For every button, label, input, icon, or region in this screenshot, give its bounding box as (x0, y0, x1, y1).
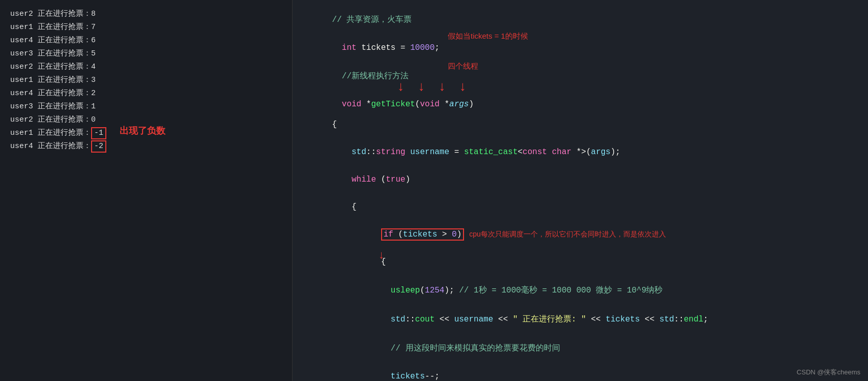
terminal-line: user4 正在进行抢票：2 (10, 87, 282, 100)
code-line-14: tickets--; (303, 363, 858, 381)
arrows-container: void *getTicket(void *args) ↓ ↓ ↓ ↓ (303, 91, 858, 111)
code-line-3: //新线程执行方法 (303, 62, 409, 91)
terminal-line: user4 正在进行抢票：6 (10, 34, 282, 47)
terminal-line: user3 正在进行抢票：1 (10, 100, 282, 113)
annotation-threads: 四个线程 (448, 62, 478, 71)
terminal-line: user4 正在进行抢票：-2 (10, 140, 282, 153)
code-line-6: std::string username = static_cast<const… (303, 138, 858, 166)
code-line-9: if (tickets > 0) (303, 221, 464, 248)
terminal-line: user1 正在进行抢票：7 (10, 21, 282, 34)
terminal-line: user3 正在进行抢票：5 (10, 47, 282, 61)
annotation-negative: 出现了负数 (120, 125, 165, 137)
if-line-container: if (tickets > 0) cpu每次只能调度一个，所以它们不会同时进入，… (303, 221, 858, 248)
terminal-line: user2 正在进行抢票：4 (10, 61, 282, 74)
code-line-12: std::cout << username << " 正在进行抢票: " << … (303, 305, 858, 334)
if-box: if (tickets > 0) (381, 228, 465, 241)
terminal-line: user2 正在进行抢票：8 (10, 8, 282, 21)
code-line-2: int tickets = 10000; (303, 34, 440, 62)
terminal-line: user1 正在进行抢票：3 (10, 74, 282, 87)
arrow-to-usleep: ↓ (378, 249, 385, 262)
code-line-13: // 用这段时间来模拟真实的抢票要花费的时间 (303, 334, 858, 363)
terminal-panel: user2 正在进行抢票：8user1 正在进行抢票：7user4 正在进行抢票… (0, 0, 293, 381)
watermark: CSDN @侠客cheems (797, 368, 860, 377)
four-arrows: ↓ ↓ ↓ ↓ (397, 79, 467, 95)
annotation-cpu: cpu每次只能调度一个，所以它们不会同时进入，而是依次进入 (469, 230, 666, 239)
annotation-tickets: 假如当tickets = 1的时候 (448, 32, 528, 41)
code-line-1: // 共享资源，火车票 (303, 5, 858, 34)
code-line-7: while (true) (303, 166, 858, 193)
code-line-11: usleep(1254); // 1秒 = 1000毫秒 = 1000 000 … (303, 276, 858, 305)
code-container: // 共享资源，火车票 int tickets = 10000; 假如当tick… (303, 5, 858, 381)
code-panel: // 共享资源，火车票 int tickets = 10000; 假如当tick… (293, 0, 868, 381)
code-line-5: { (303, 111, 858, 138)
code-line-10: { (303, 248, 386, 276)
code-line-8: { (303, 193, 858, 221)
